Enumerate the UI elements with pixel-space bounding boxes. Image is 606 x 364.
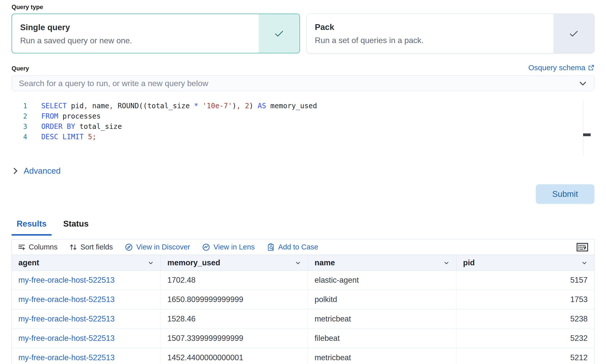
results-toolbar: Columns Sort fields View in Discover [12,239,594,255]
chevron-down-icon[interactable] [581,260,588,266]
table-row: my-free-oracle-host-5225131528.46metricb… [12,309,594,329]
cell-name: filebeat [308,329,457,348]
cell-pid: 5157 [457,271,594,290]
query-type-cards: Single query Run a saved query or new on… [12,14,594,53]
cell-agent: my-free-oracle-host-522513 [12,329,161,348]
code-line: 2FROM processes [12,111,594,121]
table-row: my-free-oracle-host-5225131507.339999999… [12,329,594,348]
cell-memory_used: 1650.8099999999999 [161,290,308,309]
code-text: ORDER BY total_size [27,122,122,131]
column-header-pid[interactable]: pid [457,255,594,270]
keyboard-shortcuts-button[interactable] [577,243,588,251]
cell-name: polkitd [308,290,457,309]
sql-query-editor[interactable]: 1SELECT pid, name, ROUND((total_size * '… [12,101,594,156]
chevron-down-icon[interactable] [443,260,450,266]
single-query-title: Single query [20,23,259,32]
cell-memory_used: 1528.46 [161,309,308,329]
cell-pid: 1753 [457,290,594,309]
saved-query-select[interactable]: Search for a query to run, or write a ne… [12,76,594,91]
osquery-live-query-page: Query type Single query Run a saved quer… [0,0,606,364]
results-panel: Columns Sort fields View in Discover [12,239,594,364]
code-text: SELECT pid, name, ROUND((total_size * '1… [27,102,317,110]
single-query-description: Run a saved query or new one. [20,36,259,45]
agent-link[interactable]: my-free-oracle-host-522513 [18,334,115,343]
submit-button[interactable]: Submit [536,184,594,204]
pack-title: Pack [315,22,553,32]
cell-memory_used: 1702.48 [161,271,308,290]
single-query-card[interactable]: Single query Run a saved query or new on… [12,14,300,53]
check-icon [274,28,284,39]
cell-name: elastic-agent [308,271,457,290]
editor-scrollbar-marker[interactable] [583,133,591,136]
cell-agent: my-free-oracle-host-522513 [12,348,161,364]
single-query-check-band [259,14,299,53]
cell-name: metricbeat [308,348,457,364]
cell-pid: 5232 [457,329,594,348]
column-header-name[interactable]: name [308,255,457,270]
code-line: 3ORDER BY total_size [12,121,594,132]
tab-status[interactable]: Status [58,217,94,236]
external-link-icon [588,64,594,71]
table-row: my-free-oracle-host-5225131702.48elastic… [12,271,594,290]
discover-icon [125,243,133,251]
line-number: 4 [12,133,27,141]
line-number: 2 [12,113,27,120]
columns-button[interactable]: Columns [18,243,57,251]
agent-link[interactable]: my-free-oracle-host-522513 [18,353,115,362]
query-type-label: Query type [12,4,594,11]
tab-results[interactable]: Results [12,217,52,236]
column-header-memory-used[interactable]: memory_used [161,255,308,270]
code-line: 4DESC LIMIT 5; [12,132,594,142]
pack-check-band [553,14,594,53]
code-text: FROM processes [27,112,101,120]
add-to-case-button[interactable]: Add to Case [267,243,318,251]
column-header-agent[interactable]: agent [12,255,161,270]
cell-name: metricbeat [308,309,457,329]
cell-memory_used: 1452.4400000000001 [161,348,308,364]
agent-link[interactable]: my-free-oracle-host-522513 [18,295,115,304]
code-line: 1SELECT pid, name, ROUND((total_size * '… [12,101,594,111]
chevron-down-icon[interactable] [295,260,301,266]
chevron-right-icon [12,167,19,175]
check-icon [569,28,579,39]
cell-pid: 5238 [457,309,594,329]
cell-agent: my-free-oracle-host-522513 [12,290,161,309]
table-row: my-free-oracle-host-5225131452.440000000… [12,348,594,364]
cell-pid: 5212 [457,348,594,364]
columns-icon [18,243,25,251]
view-in-discover-button[interactable]: View in Discover [125,243,190,251]
table-row: my-free-oracle-host-5225131650.809999999… [12,290,594,309]
sort-icon [69,243,77,251]
agent-link[interactable]: my-free-oracle-host-522513 [18,314,115,323]
cell-memory_used: 1507.3399999999999 [161,329,308,348]
pack-description: Run a set of queries in a pack. [315,36,553,45]
editor-overview-ruler [583,101,583,156]
add-to-case-icon [267,243,275,251]
query-label: Query [12,65,29,72]
saved-query-placeholder: Search for a query to run, or write a ne… [19,79,579,88]
cell-agent: my-free-oracle-host-522513 [12,271,161,290]
results-table-header: agent memory_used name pid [12,255,594,271]
osquery-schema-link[interactable]: Osquery schema [528,63,594,72]
chevron-down-icon[interactable] [579,79,587,88]
line-number: 3 [12,123,27,130]
code-text: DESC LIMIT 5; [27,133,96,141]
results-table-body: my-free-oracle-host-5225131702.48elastic… [12,271,594,364]
keyboard-icon [577,243,588,251]
lens-icon [202,243,210,251]
advanced-label: Advanced [24,166,61,176]
pack-card[interactable]: Pack Run a set of queries in a pack. [307,14,594,53]
results-tabs: Results Status [12,217,594,236]
chevron-down-icon[interactable] [147,260,154,266]
agent-link[interactable]: my-free-oracle-host-522513 [18,276,115,285]
line-number: 1 [12,102,27,110]
cell-agent: my-free-oracle-host-522513 [12,309,161,329]
advanced-toggle[interactable]: Advanced [12,166,594,176]
sort-fields-button[interactable]: Sort fields [69,243,113,251]
view-in-lens-button[interactable]: View in Lens [202,243,255,251]
